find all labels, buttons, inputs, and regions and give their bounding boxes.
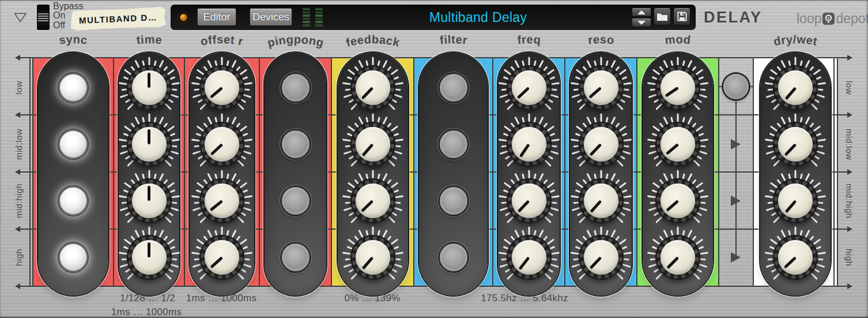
product-name: DELAY (704, 9, 763, 27)
brand-logo-icon (822, 13, 835, 25)
meter-segment (303, 8, 310, 10)
folder-icon (656, 12, 668, 21)
arrow-down-icon (637, 21, 646, 25)
brand-logo-left: loop (797, 11, 821, 27)
svg-text:dry/wet: dry/wet (772, 33, 818, 48)
plugin-title: Multiband Delay (324, 10, 632, 25)
switch-grip[interactable] (38, 13, 48, 22)
meter-segment (315, 12, 323, 14)
meter-segment (315, 21, 323, 23)
brand-logo-right: depot (836, 11, 868, 27)
svg-text:pingpong: pingpong (266, 33, 325, 50)
svg-text:freq: freq (516, 33, 541, 46)
switch-label-bypass: Bypass (53, 2, 83, 11)
meter-segment (303, 21, 310, 23)
svg-text:filter: filter (439, 33, 467, 47)
save-preset-button[interactable] (673, 8, 690, 25)
title-bar: Editor Devices Multiband Delay (171, 5, 696, 30)
devices-button[interactable]: Devices (250, 8, 292, 26)
level-meter (303, 8, 323, 27)
meter-segment (303, 24, 310, 27)
svg-text:sync: sync (58, 33, 88, 47)
meter-segment (303, 18, 310, 20)
meter-segment (315, 14, 323, 17)
svg-text:mod: mod (665, 33, 692, 46)
load-preset-button[interactable] (654, 8, 671, 25)
save-icon (677, 11, 688, 22)
meter-segment (315, 24, 323, 27)
column-headers-layer: sync time offset r pingpong feedback fil… (0, 0, 868, 318)
arrow-up-icon (637, 10, 646, 14)
meter-segment (315, 8, 323, 10)
meter-segment (315, 18, 323, 20)
brand-logo: loop depot (797, 11, 868, 27)
svg-text:time: time (135, 33, 163, 46)
preset-down-button[interactable] (632, 18, 651, 27)
column-header-mod: mod (623, 29, 733, 57)
meter-column (315, 8, 323, 27)
meter-segment (303, 12, 310, 14)
editor-button[interactable]: Editor (197, 8, 236, 26)
meter-segment (303, 14, 310, 17)
svg-text:feedback: feedback (344, 33, 401, 49)
preset-up-button[interactable] (632, 8, 651, 17)
svg-text:offset r: offset r (199, 33, 244, 48)
column-header-dry-wet: dry/wet (741, 29, 850, 57)
meter-column (303, 8, 310, 27)
bypass-switch[interactable] (37, 5, 50, 30)
power-led-icon (180, 14, 187, 21)
multiband-delay-plugin-window: .f{fill:#3c3c3c;stroke:none} lowlowmid:l… (0, 0, 868, 318)
disclosure-triangle-icon[interactable]: ▽ (14, 10, 27, 24)
svg-text:reso: reso (587, 33, 614, 46)
